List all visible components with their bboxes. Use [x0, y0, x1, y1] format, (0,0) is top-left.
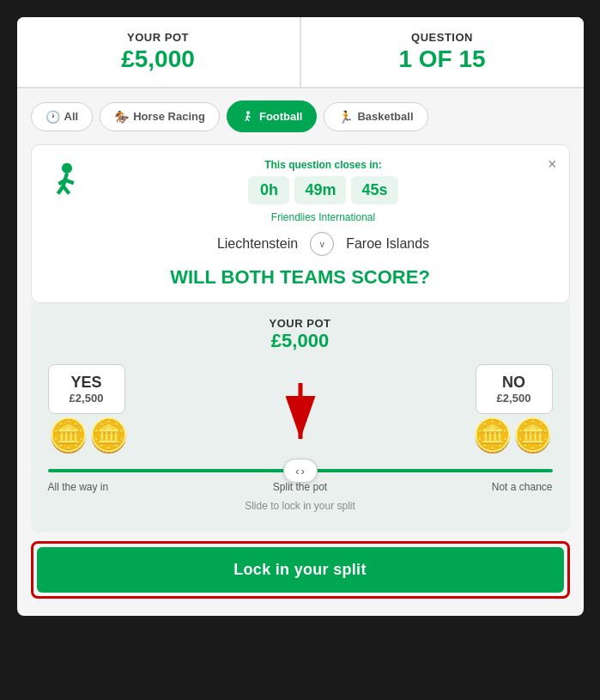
svg-line-9: [63, 186, 69, 194]
horse-icon: 🏇: [114, 110, 129, 124]
svg-point-6: [61, 163, 71, 173]
question-card: × This question closes in: 0h 49m 45s: [31, 144, 570, 303]
choices-row: YES £2,500 🪙🪙 NO: [48, 364, 553, 460]
hours-box: 0h: [248, 176, 289, 204]
countdown-label: This question closes in:: [95, 159, 552, 171]
football-tab-icon: [241, 108, 255, 125]
lock-in-button[interactable]: Lock in your split: [37, 547, 564, 593]
team-home: Liechtenstein: [217, 236, 298, 252]
yes-amount: £2,500: [64, 392, 109, 405]
question-text: WILL BOTH TEAMS SCORE?: [49, 266, 552, 302]
basketball-icon: 🏃: [338, 110, 353, 124]
no-amount: £2,500: [492, 392, 536, 405]
pot-cell: YOUR POT £5,000: [17, 17, 301, 87]
slider-container: ‹ ›: [48, 469, 553, 472]
label-center: Split the pot: [273, 481, 327, 493]
question-value: 1 OF 15: [310, 46, 575, 73]
countdown-boxes: 0h 49m 45s: [95, 176, 552, 204]
tab-basketball[interactable]: 🏃 Basketball: [324, 102, 427, 131]
svg-line-11: [65, 180, 74, 184]
coins-right: 🪙🪙: [472, 419, 553, 452]
tab-horse-racing[interactable]: 🏇 Horse Racing: [100, 102, 220, 131]
slide-hint: Slide to lock in your split: [48, 500, 553, 512]
slider-labels: All the way in Split the pot Not a chanc…: [48, 481, 553, 493]
tabs-row: 🕐 All 🏇 Horse Racing Football 🏃 B: [17, 88, 584, 144]
close-button[interactable]: ×: [548, 155, 557, 173]
clock-icon: 🕐: [45, 110, 60, 124]
svg-line-5: [248, 116, 251, 117]
seconds-box: 45s: [351, 176, 397, 204]
pot-value: £5,000: [26, 46, 291, 73]
lock-btn-wrapper: Lock in your split: [31, 541, 570, 599]
tab-horse-racing-label: Horse Racing: [133, 110, 205, 123]
question-cell: QUESTION 1 OF 15: [301, 17, 584, 87]
yes-choice: YES £2,500: [48, 364, 125, 414]
coins-left: 🪙🪙: [48, 419, 129, 452]
bet-pot-value: £5,000: [48, 330, 553, 352]
label-right: Not a chance: [492, 481, 553, 493]
slider-track: ‹ ›: [48, 469, 553, 472]
vs-circle: v: [310, 232, 334, 256]
tab-all-label: All: [64, 110, 79, 123]
tab-all[interactable]: 🕐 All: [31, 102, 94, 131]
label-left: All the way in: [48, 481, 109, 493]
bet-area: YOUR POT £5,000 YES £2,500 🪙🪙: [31, 303, 570, 533]
tab-football-label: Football: [259, 110, 303, 123]
card-top: This question closes in: 0h 49m 45s Frie…: [49, 159, 552, 266]
slider-handle[interactable]: ‹ ›: [283, 459, 318, 483]
main-container: YOUR POT £5,000 QUESTION 1 OF 15 🕐 All 🏇…: [17, 17, 584, 616]
no-choice: NO £2,500: [476, 364, 553, 414]
pot-label: YOUR POT: [26, 31, 291, 44]
header-row: YOUR POT £5,000 QUESTION 1 OF 15: [17, 17, 584, 88]
tab-football[interactable]: Football: [227, 100, 318, 132]
svg-point-0: [246, 111, 250, 114]
team-away: Faroe Islands: [346, 236, 429, 252]
countdown-area: This question closes in: 0h 49m 45s Frie…: [95, 159, 552, 266]
question-label: QUESTION: [310, 31, 575, 44]
no-label: NO: [492, 374, 536, 392]
chevron-left-icon: ‹: [295, 465, 299, 478]
sport-football-icon: [49, 161, 85, 204]
chevron-right-icon: ›: [301, 465, 305, 478]
minutes-box: 49m: [294, 176, 346, 204]
yes-label: YES: [64, 374, 109, 392]
league-name: Friendlies International: [95, 211, 552, 223]
tab-basketball-label: Basketball: [357, 110, 413, 123]
svg-line-3: [247, 119, 250, 121]
bet-pot-label: YOUR POT: [48, 317, 553, 330]
teams-row: Liechtenstein v Faroe Islands: [95, 232, 552, 256]
red-arrow-icon: [275, 383, 326, 452]
